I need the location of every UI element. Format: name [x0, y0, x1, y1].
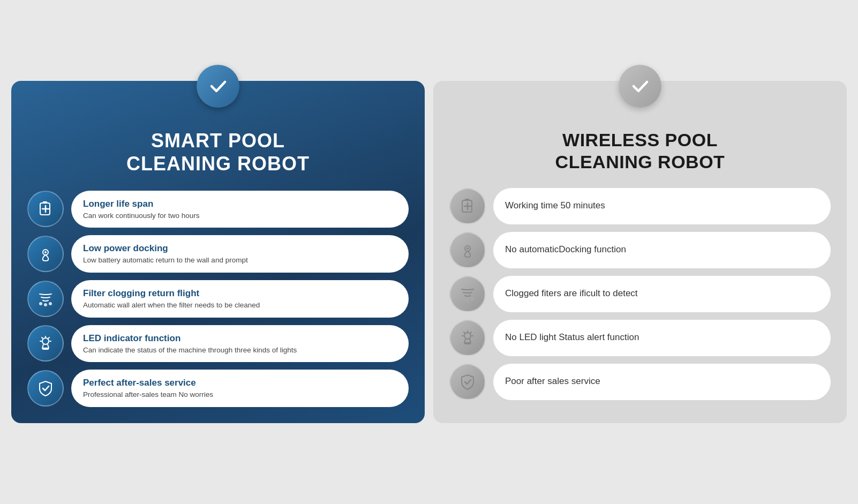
svg-line-28 [471, 332, 472, 333]
no-led-text: No LED light Status alert function [505, 332, 819, 344]
clogged-pill: Clogged fiters are ificult to detect [493, 276, 831, 312]
svg-point-8 [49, 302, 52, 305]
left-features-list: Longer life span Can work continuously f… [27, 191, 409, 407]
panel-title-right: WIRELESS POOL CLEANING ROBOT [555, 129, 725, 173]
docking-pill-left: Low power docking Low battery automatic … [71, 235, 409, 273]
service-desc-left: Professional after-sales team No worries [83, 390, 397, 400]
svg-rect-1 [43, 201, 47, 203]
led-icon-left [27, 325, 64, 362]
service-title-left: Perfect after-sales service [83, 377, 397, 389]
badge-right [619, 65, 661, 108]
service-pill-left: Perfect after-sales service Professional… [71, 370, 409, 407]
svg-point-9 [42, 338, 49, 344]
right-feature-row-clogged: Clogged fiters are ificult to detect [449, 276, 831, 312]
svg-point-23 [466, 298, 469, 302]
service-icon-left [27, 370, 64, 407]
clogged-text: Clogged fiters are ificult to detect [505, 288, 819, 300]
right-features-list: Working time 50 minutes No automaticDock… [449, 188, 831, 400]
filter-icon-right [449, 276, 486, 312]
panel-left: SMART POOL CLEANING ROBOT Longer life sp… [11, 81, 425, 423]
led-pill-left: LED indicator function Can indicate the … [71, 325, 409, 363]
svg-point-5 [44, 251, 47, 253]
battery-desc-left: Can work continuously for two hours [83, 211, 397, 221]
comparison-wrapper: SMART POOL CLEANING ROBOT Longer life sp… [11, 81, 847, 423]
service-icon-right [449, 364, 486, 400]
left-feature-row-led: LED indicator function Can indicate the … [27, 325, 409, 363]
working-time-pill: Working time 50 minutes [493, 188, 831, 224]
svg-line-29 [464, 332, 465, 333]
docking-icon-left [27, 236, 64, 272]
filter-pill-left: Filter clogging return flight Automatic … [71, 280, 409, 318]
no-docking-text: No automaticDocking function [505, 244, 819, 256]
left-feature-row-battery: Longer life span Can work continuously f… [27, 191, 409, 228]
poor-service-text: Poor after sales service [505, 375, 819, 388]
docking-icon-right [449, 232, 486, 268]
left-feature-row-filter: Filter clogging return flight Automatic … [27, 280, 409, 318]
battery-pill-left: Longer life span Can work continuously f… [71, 191, 409, 228]
led-icon-right [449, 320, 486, 356]
svg-point-6 [39, 302, 42, 305]
led-title-left: LED indicator function [83, 333, 397, 344]
battery-title-left: Longer life span [83, 198, 397, 210]
right-feature-row-no-docking: No automaticDocking function [449, 232, 831, 268]
panel-right: WIRELESS POOL CLEANING ROBOT Working tim… [433, 81, 847, 423]
svg-rect-17 [465, 199, 469, 200]
filter-title-left: Filter clogging return flight [83, 288, 397, 299]
left-feature-row-service: Perfect after-sales service Professional… [27, 370, 409, 407]
battery-icon-left [27, 191, 64, 227]
svg-point-25 [464, 333, 471, 339]
led-desc-left: Can indicate the status of the machine t… [83, 345, 397, 355]
panel-title-left: SMART POOL CLEANING ROBOT [126, 129, 310, 175]
working-time-text: Working time 50 minutes [505, 200, 819, 212]
filter-icon-left [27, 281, 64, 317]
left-feature-row-docking: Low power docking Low battery automatic … [27, 235, 409, 273]
docking-desc-left: Low battery automatic return to the wall… [83, 255, 397, 265]
right-feature-row-no-led: No LED light Status alert function [449, 320, 831, 356]
poor-service-pill: Poor after sales service [493, 364, 831, 400]
svg-line-13 [42, 337, 43, 338]
svg-point-24 [471, 297, 474, 300]
right-feature-row-poor-service: Poor after sales service [449, 364, 831, 400]
battery-icon-right [449, 188, 486, 224]
svg-point-21 [466, 247, 469, 250]
filter-desc-left: Automatic wall alert when the filter nee… [83, 300, 397, 310]
no-docking-pill: No automaticDocking function [493, 232, 831, 268]
svg-point-22 [461, 297, 464, 300]
badge-left [197, 65, 239, 108]
svg-line-12 [49, 337, 50, 338]
no-led-pill: No LED light Status alert function [493, 320, 831, 356]
docking-title-left: Low power docking [83, 243, 397, 254]
svg-point-7 [44, 303, 47, 306]
right-feature-row-working-time: Working time 50 minutes [449, 188, 831, 224]
